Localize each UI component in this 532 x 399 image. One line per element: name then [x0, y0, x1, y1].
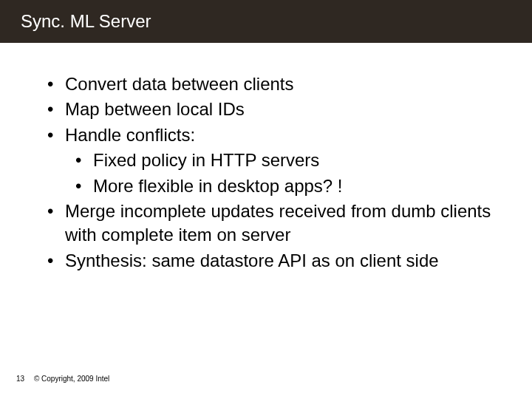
slide-title: Sync. ML Server [21, 11, 151, 32]
list-item-text: More flexible in desktop apps? ! [93, 176, 343, 196]
list-item: Convert data between clients [44, 72, 495, 96]
list-item: Merge incomplete updates received from d… [44, 200, 495, 248]
list-item-text: Map between local IDs [65, 99, 245, 119]
list-item-text: Handle conflicts: [65, 125, 195, 145]
content-area: Convert data between clients Map between… [0, 43, 532, 273]
list-item: More flexible in desktop apps? ! [65, 174, 495, 198]
list-item-text: Fixed policy in HTTP servers [93, 150, 319, 170]
list-item-text: Synthesis: same datastore API as on clie… [65, 250, 439, 270]
footer: 13 © Copyright, 2009 Intel [16, 375, 109, 383]
list-item: Fixed policy in HTTP servers [65, 149, 495, 172]
copyright-text: © Copyright, 2009 Intel [34, 375, 109, 383]
list-item: Synthesis: same datastore API as on clie… [44, 249, 495, 273]
page-number: 13 [16, 375, 24, 383]
list-item: Map between local IDs [44, 98, 495, 121]
bullet-list: Convert data between clients Map between… [44, 72, 495, 273]
title-bar: Sync. ML Server [0, 0, 532, 43]
list-item-text: Convert data between clients [65, 74, 294, 94]
list-item: Handle conflicts: Fixed policy in HTTP s… [44, 123, 495, 198]
sub-bullet-list: Fixed policy in HTTP servers More flexib… [65, 149, 495, 198]
list-item-text: Merge incomplete updates received from d… [65, 201, 491, 245]
